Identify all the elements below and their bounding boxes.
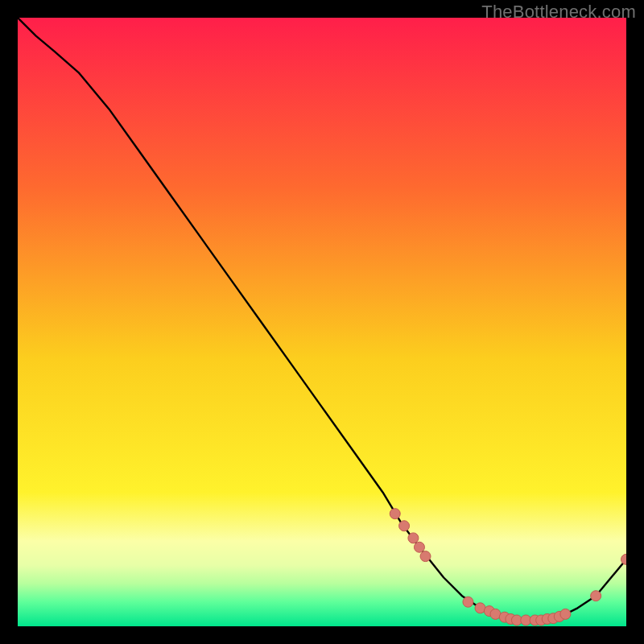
marker-point — [408, 533, 419, 543]
chart-stage: TheBottleneck.com — [0, 0, 644, 644]
chart-svg — [18, 18, 626, 626]
chart-plot-area — [18, 18, 626, 626]
marker-point — [390, 509, 400, 519]
marker-point — [414, 542, 424, 552]
marker-point — [420, 551, 431, 562]
marker-point — [399, 521, 410, 531]
marker-point — [560, 609, 571, 619]
marker-point — [591, 591, 601, 601]
watermark-label: TheBottleneck.com — [481, 2, 636, 23]
marker-point — [463, 597, 473, 607]
